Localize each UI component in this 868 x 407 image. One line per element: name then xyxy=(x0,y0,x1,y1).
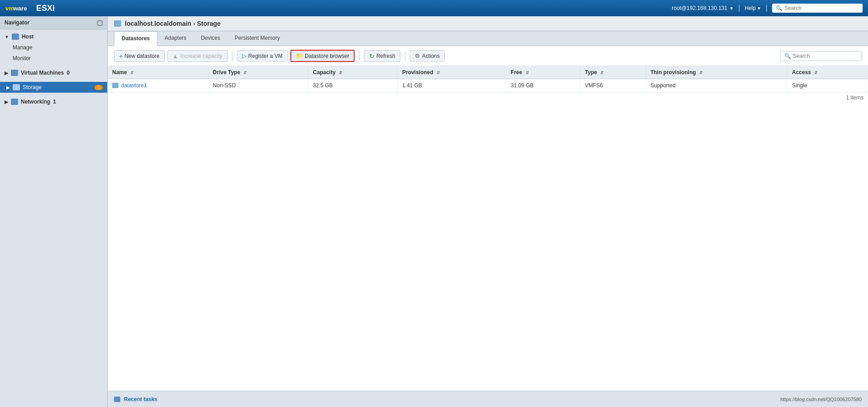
host-expand-icon: ▼ xyxy=(5,34,9,39)
table-search-input[interactable] xyxy=(793,53,856,59)
main-layout: Navigator ▢ ▼ Host Manage Monitor ▶ Virt… xyxy=(0,16,868,407)
storage-expand-icon: ▶ xyxy=(6,85,10,90)
cell-thin-provisioning: Supported xyxy=(645,79,787,92)
help-button[interactable]: Help ▼ xyxy=(745,5,761,11)
col-header-free[interactable]: Free ⇵ xyxy=(506,66,580,79)
table-body: datastore1 Non-SSD 32.5 GB 1.41 GB xyxy=(108,79,868,92)
recent-tasks-link[interactable]: Recent tasks xyxy=(124,396,157,402)
datastore-browser-icon: 📁 xyxy=(296,52,303,59)
nav-section-host: ▼ Host Manage Monitor xyxy=(0,29,107,66)
manage-label: Manage xyxy=(13,44,32,51)
drive-type-value: Non-SSD xyxy=(213,82,236,89)
increase-capacity-button[interactable]: ▲ Increase capacity xyxy=(167,50,228,62)
tab-adapters-label: Adapters xyxy=(165,35,186,41)
sidebar-item-monitor[interactable]: Monitor xyxy=(0,53,107,64)
sidebar-item-label-networking: Networking xyxy=(21,99,50,105)
page-header: localhost.localdomain - Storage xyxy=(108,16,868,31)
new-datastore-label: New datastore xyxy=(124,53,159,59)
top-search-box[interactable]: 🔍 xyxy=(772,4,863,13)
toolbar-sep1 xyxy=(232,52,232,61)
tab-datastores[interactable]: Datastores xyxy=(114,31,157,46)
refresh-button[interactable]: ↻ Refresh xyxy=(364,50,400,62)
refresh-label: Refresh xyxy=(376,53,395,59)
help-dropdown-icon: ▼ xyxy=(757,6,761,11)
capacity-value: 32.5 GB xyxy=(313,82,333,89)
tab-devices[interactable]: Devices xyxy=(194,31,228,46)
col-header-provisioned[interactable]: Provisioned ⇵ xyxy=(398,66,506,79)
page-title: localhost.localdomain - Storage xyxy=(125,20,221,27)
sidebar-item-host[interactable]: ▼ Host xyxy=(0,31,107,42)
register-vm-button[interactable]: ▷ Register a VM xyxy=(237,50,288,62)
content-area: localhost.localdomain - Storage Datastor… xyxy=(108,16,868,407)
increase-capacity-label: Increase capacity xyxy=(180,53,222,59)
col-header-capacity[interactable]: Capacity ⇵ xyxy=(308,66,397,79)
sidebar-item-label-storage: Storage xyxy=(23,84,42,90)
user-dropdown-icon[interactable]: ▼ xyxy=(729,6,734,11)
col-header-name[interactable]: Name ⇵ xyxy=(108,66,208,79)
sidebar-item-label-vms: Virtual Machines xyxy=(21,70,64,76)
user-label: root@192.168.130.131 xyxy=(672,5,727,11)
increase-capacity-icon: ▲ xyxy=(172,52,179,60)
table-search-box[interactable]: 🔍 xyxy=(780,51,862,61)
network-icon xyxy=(11,99,18,105)
actions-label: Actions xyxy=(422,53,440,59)
datastores-table: Name ⇵ Drive Type ⇵ Capacity ⇵ Provisi xyxy=(108,66,868,92)
navigator-minimize-button[interactable]: ▢ xyxy=(97,19,103,26)
tab-adapters[interactable]: Adapters xyxy=(157,31,194,46)
top-search-input[interactable] xyxy=(784,5,852,11)
sidebar-item-storage[interactable]: ▶ Storage 1 xyxy=(0,82,107,93)
recent-tasks-icon xyxy=(114,397,120,402)
page-storage-icon xyxy=(114,20,121,27)
col-provisioned-sort-icon: ⇵ xyxy=(436,71,440,75)
nav-section-storage: ▶ Storage 1 xyxy=(0,80,107,95)
col-header-thin-provisioning[interactable]: Thin provisioning ⇵ xyxy=(645,66,787,79)
datastore-name-value: datastore1 xyxy=(121,82,147,89)
esxi-label: ESXi xyxy=(36,4,55,13)
col-name-sort-icon: ⇵ xyxy=(130,71,134,75)
sidebar-item-label-host: Host xyxy=(22,33,34,40)
table-header-row: Name ⇵ Drive Type ⇵ Capacity ⇵ Provisi xyxy=(108,66,868,79)
toolbar-sep3 xyxy=(405,52,405,61)
separator1: | xyxy=(738,4,740,12)
col-header-type[interactable]: Type ⇵ xyxy=(580,66,645,79)
nav-section-networking: ▶ Networking 1 xyxy=(0,95,107,109)
cell-provisioned: 1.41 GB xyxy=(398,79,506,92)
col-thin-sort-icon: ⇵ xyxy=(699,71,703,75)
col-header-access[interactable]: Access ⇵ xyxy=(787,66,868,79)
topbar-right: root@192.168.130.131 ▼ | Help ▼ | 🔍 xyxy=(672,4,863,13)
table-row[interactable]: datastore1 Non-SSD 32.5 GB 1.41 GB xyxy=(108,79,868,92)
new-datastore-icon: + xyxy=(119,52,123,60)
vm-expand-icon: ▶ xyxy=(5,71,8,76)
cell-name[interactable]: datastore1 xyxy=(108,79,208,92)
tab-persistent-memory[interactable]: Persistent Memory xyxy=(228,31,287,46)
datastore-link[interactable]: datastore1 xyxy=(112,82,204,89)
networking-badge: 1 xyxy=(53,99,56,105)
user-menu[interactable]: root@192.168.130.131 ▼ xyxy=(672,5,734,11)
sidebar: Navigator ▢ ▼ Host Manage Monitor ▶ Virt… xyxy=(0,16,108,407)
vmware-brand-icon: vm ware xyxy=(5,4,33,13)
datastore-browser-button[interactable]: 📁 Datastore browser xyxy=(290,50,355,62)
topbar: vm ware ESXi root@192.168.130.131 ▼ | He… xyxy=(0,0,868,16)
refresh-icon: ↻ xyxy=(369,52,375,60)
sidebar-item-virtual-machines[interactable]: ▶ Virtual Machines 0 xyxy=(0,67,107,78)
tab-datastores-label: Datastores xyxy=(122,35,150,42)
host-icon xyxy=(12,33,19,40)
separator2: | xyxy=(766,4,768,12)
svg-text:vm: vm xyxy=(5,5,14,12)
cell-type: VMFS6 xyxy=(580,79,645,92)
table-search-icon: 🔍 xyxy=(784,53,791,59)
bottom-bar: Recent tasks https://blog.csdn.net/QQ100… xyxy=(108,391,868,407)
help-label: Help xyxy=(745,5,756,11)
actions-button[interactable]: ⚙ Actions xyxy=(410,50,445,62)
datastore-browser-label: Datastore browser xyxy=(305,53,349,59)
new-datastore-button[interactable]: + New datastore xyxy=(114,50,165,62)
navigator-label: Navigator xyxy=(5,19,29,26)
cell-capacity: 32.5 GB xyxy=(308,79,397,92)
col-header-drive-type[interactable]: Drive Type ⇵ xyxy=(208,66,308,79)
col-free-sort-icon: ⇵ xyxy=(526,71,529,75)
sidebar-item-networking[interactable]: ▶ Networking 1 xyxy=(0,96,107,107)
tab-persistent-memory-label: Persistent Memory xyxy=(235,35,280,41)
vmware-logo: vm ware ESXi xyxy=(5,4,55,13)
sidebar-item-manage[interactable]: Manage xyxy=(0,42,107,53)
toolbar: + New datastore ▲ Increase capacity ▷ Re… xyxy=(108,46,868,66)
